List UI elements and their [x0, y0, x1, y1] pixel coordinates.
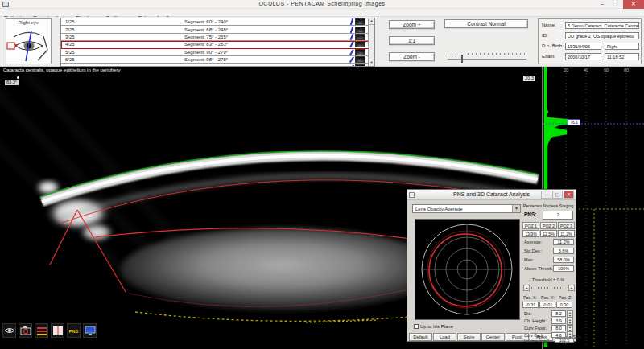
chevron-down-icon[interactable]: ▼ — [512, 205, 520, 212]
segment-number: 3/25 — [61, 35, 184, 39]
curv-front-field[interactable]: 8.0 — [551, 325, 566, 331]
center-button[interactable]: Center — [481, 333, 505, 341]
image-annotation: Cataracta centralis, opaque epithelium i… — [2, 68, 122, 72]
segment-row-2[interactable]: 2/25 Segment: 68° - 248° — [61, 26, 374, 33]
pns-value-field[interactable]: 2 — [543, 211, 573, 220]
contrast-slider[interactable] — [448, 52, 526, 64]
store-button[interactable]: Store — [457, 333, 481, 341]
zoom-out-button[interactable]: Zoom - — [389, 52, 435, 61]
volume-label: Volume (mm³): — [524, 339, 551, 343]
dialog-maximize-button[interactable]: ▢ — [552, 191, 563, 199]
segment-thumbnail — [355, 49, 365, 55]
threshold-right-arrow[interactable]: ► — [568, 285, 575, 291]
actual-size-button[interactable]: 1:1 — [389, 36, 435, 45]
exam-time-field[interactable]: 11:18:52 — [605, 53, 639, 60]
segment-row-1[interactable]: 1/25 Segment: 60° - 240° — [61, 18, 374, 26]
segment-scrollbar[interactable]: ▲ ▼ — [368, 18, 374, 66]
red-lines-icon — [36, 326, 47, 336]
patient-eye-field[interactable]: Right — [605, 43, 639, 50]
display-mode-button[interactable] — [83, 323, 97, 338]
slider-thumb[interactable] — [461, 55, 463, 63]
patient-dob-field[interactable]: 1935/04/06 — [565, 43, 601, 50]
poz1-tab[interactable]: POZ 1 — [522, 222, 539, 229]
pns-analysis-button[interactable]: PNS — [67, 323, 80, 338]
poz3-tab[interactable]: POZ 3 — [558, 222, 575, 229]
poz2-value: 12.5% — [540, 230, 557, 237]
curv-back-spinner[interactable]: ▲▼ — [567, 331, 573, 338]
exam-date-field[interactable]: 2006/10/17 — [565, 53, 601, 60]
menu-bar: Patient Examination Display Settings Ext… — [0, 9, 644, 17]
ch-height-spinner[interactable]: ▲▼ — [567, 318, 573, 325]
segment-view-button[interactable] — [2, 323, 16, 338]
grid-overlay-button[interactable] — [51, 323, 64, 338]
scroll-up-icon[interactable]: ▲ — [369, 18, 374, 25]
default-button[interactable]: Default — [409, 333, 432, 341]
contrast-button[interactable]: Contrast Normal — [444, 19, 528, 28]
segment-thumbnail — [355, 41, 365, 47]
pos-x-label: Pos. X: — [523, 295, 537, 300]
poz2-tab[interactable]: POZ 2 — [540, 222, 557, 229]
exam-label: Exam: — [542, 54, 555, 59]
patient-name-field[interactable]: 5 Demo Cataract, Cataracta Centralis — [565, 22, 639, 29]
load-button[interactable]: Load — [433, 333, 456, 341]
dialog-close-button[interactable]: ✕ — [564, 191, 574, 199]
pns-dialog-titlebar[interactable]: PNS and 3D Cataract Analysis – ▢ ✕ — [407, 190, 576, 200]
poz1-value: 13.9% — [522, 230, 539, 237]
density-tick-80: 80 — [621, 68, 631, 72]
maximize-button[interactable]: ▢ — [609, 0, 621, 9]
grid-icon — [52, 326, 64, 336]
curv-back-field[interactable]: 4.0 — [551, 332, 566, 338]
image-toolbar: PNS — [2, 323, 99, 339]
close-button[interactable]: ✕ — [623, 0, 644, 9]
eye-side-label: Right eye — [6, 20, 51, 25]
segment-row-5[interactable]: 5/25 Segment: 90° - 270° — [61, 49, 374, 56]
segment-thumbnail — [355, 34, 365, 40]
iris-plane-checkbox[interactable]: Up to Iris Plane — [414, 324, 453, 329]
segment-number: 1/25 — [61, 19, 184, 24]
zoom-in-button[interactable]: Zoom + — [389, 20, 435, 29]
dia-field[interactable]: 8.2 — [551, 310, 566, 317]
stddev-value: 3.6% — [553, 248, 574, 254]
minimize-button[interactable]: – — [596, 0, 609, 9]
scroll-down-icon[interactable]: ▼ — [369, 60, 374, 66]
iris-plane-label: Up to Iris Plane — [420, 324, 453, 329]
average-label: Average: — [524, 240, 542, 244]
name-label: Name: — [542, 23, 556, 27]
image-corner-label: 20.3 — [523, 76, 535, 81]
above-thresh-label: Above Thresh.: — [524, 266, 555, 271]
dialog-minimize-button[interactable]: – — [541, 191, 551, 199]
segment-row-3[interactable]: 3/25 Segment: 75° - 255° — [61, 34, 374, 41]
ch-height-label: Ch. Height: — [524, 318, 547, 323]
segment-list: 1/25 Segment: 60° - 240° 2/25 Segment: 6… — [60, 18, 375, 67]
segment-thumbnail — [355, 27, 365, 33]
dia-label: Dia: — [524, 311, 532, 316]
slider-track — [448, 59, 526, 60]
density-tick-60: 60 — [601, 68, 611, 72]
ch-height-field[interactable]: 3.9 — [551, 318, 566, 324]
volume-value: 102.5 — [555, 338, 574, 343]
density-peak-marker: 76.1 — [568, 119, 580, 125]
threshold-label: Threshold ± 0 % — [520, 277, 576, 282]
segment-row-6[interactable]: 6/25 Segment: 98° - 278° — [61, 56, 374, 64]
checkbox-icon[interactable] — [414, 324, 419, 329]
segment-number: 6/25 — [61, 57, 184, 62]
opacity-mode-dropdown[interactable]: Lens Opacity Average ▼ — [412, 204, 521, 213]
threshold-left-arrow[interactable]: ◄ — [523, 285, 530, 291]
segment-row-4-selected[interactable]: 4/25 Segment: 83° - 263° — [61, 41, 374, 48]
threshold-slider[interactable] — [531, 287, 567, 289]
window-title: OCULUS - PENTACAM Scheimpflug Images — [0, 1, 644, 6]
segment-label: Segment: 98° - 278° — [184, 57, 351, 62]
title-bar: OCULUS - PENTACAM Scheimpflug Images – ▢… — [0, 0, 644, 9]
poz3-value: 11.2% — [558, 230, 575, 237]
pos-y-value: -0.01 — [539, 302, 555, 308]
segment-number: 5/25 — [61, 50, 184, 55]
density-tick-20: 20 — [561, 68, 571, 72]
pos-x-value: -0.31 — [522, 302, 539, 308]
eye-orientation-panel: Right eye — [6, 18, 52, 64]
patient-id-field[interactable]: OD grade 2, OS opaque epitheliu — [565, 32, 639, 39]
camera-view-button[interactable] — [19, 323, 32, 338]
pos-z-value: 0.00 — [556, 302, 572, 308]
overlay-lines-button[interactable] — [35, 323, 48, 338]
dob-label: D.o. Birth: — [542, 43, 564, 48]
dia-spinner[interactable]: ▲▼ — [567, 310, 573, 318]
